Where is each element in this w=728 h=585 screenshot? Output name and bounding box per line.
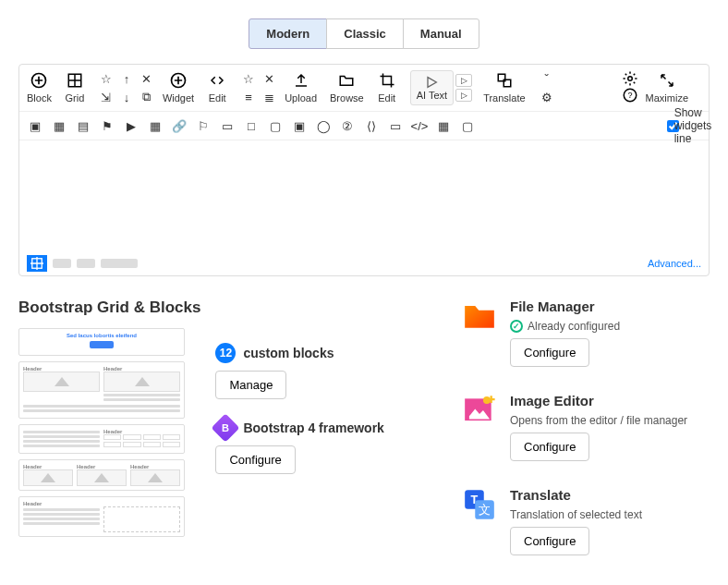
show-widgets-toggle[interactable]: Show widgets line bbox=[667, 117, 701, 134]
embed-icon[interactable]: ⟨⟩ bbox=[363, 117, 380, 134]
check-icon: ✓ bbox=[510, 320, 523, 333]
block-extras: ☆ ↑ ✕ ⇲ ↓ ⧉ bbox=[98, 70, 155, 105]
status-chip bbox=[77, 259, 95, 268]
configure-translate-button[interactable]: Configure bbox=[510, 527, 589, 555]
translate-icon bbox=[494, 70, 515, 91]
monitor-icon[interactable]: ▢ bbox=[267, 117, 284, 134]
upload-icon bbox=[291, 70, 311, 91]
grid-section-title: Bootstrap Grid & Blocks bbox=[18, 299, 200, 317]
secondary-toolbar: ▣ ▦ ▤ ⚑ ▶ ▦ 🔗 ⚐ ▭ □ ▢ ▣ ◯ ② ⟨⟩ ▭ </> ▦ ▢… bbox=[19, 112, 709, 140]
sliders-icon[interactable]: ⚙ bbox=[539, 89, 555, 105]
play-icon bbox=[424, 75, 439, 90]
code-icon bbox=[207, 70, 227, 91]
editor-canvas[interactable] bbox=[19, 140, 709, 251]
custom-blocks-label: custom blocks bbox=[243, 346, 334, 360]
align-icon[interactable]: ≡ bbox=[240, 89, 257, 105]
plus-circle-icon bbox=[29, 70, 49, 91]
gallery-icon[interactable]: ▦ bbox=[51, 117, 67, 134]
configure-file-button[interactable]: Configure bbox=[510, 338, 589, 367]
star-icon[interactable]: ☆ bbox=[98, 70, 115, 87]
translate-button[interactable]: Translate bbox=[483, 70, 525, 104]
ai-text-group: AI Text ▷ ▷ bbox=[410, 70, 472, 105]
file-manager-service: File Manager ✓Already configured Configu… bbox=[462, 299, 710, 367]
preview-two-col[interactable]: Header Header bbox=[18, 361, 185, 419]
configure-bootstrap-button[interactable]: Configure bbox=[215, 445, 295, 474]
preview-hero[interactable]: Sed lacus lobortis eleifend bbox=[18, 328, 185, 356]
image-editor-sub: Opens from the editor / file manager bbox=[510, 414, 687, 427]
status-bar: Advanced... bbox=[19, 251, 709, 275]
x-icon[interactable]: ✕ bbox=[261, 70, 277, 87]
star-icon[interactable]: ☆ bbox=[240, 70, 257, 87]
translate-sub: Translation of selected text bbox=[510, 508, 642, 521]
file-manager-sub: Already configured bbox=[528, 320, 620, 333]
svg-text:?: ? bbox=[627, 91, 632, 100]
file-manager-title: File Manager bbox=[510, 299, 620, 314]
folder-icon bbox=[336, 70, 357, 91]
folder2-icon[interactable]: □ bbox=[243, 117, 260, 134]
align2-icon[interactable]: ≣ bbox=[261, 89, 277, 105]
tab-modern[interactable]: Modern bbox=[249, 18, 327, 49]
bootstrap-feature: B Bootstrap 4 framework Configure bbox=[215, 418, 425, 474]
edit-image-button[interactable]: Edit bbox=[377, 70, 397, 104]
grid2-icon[interactable]: ▦ bbox=[435, 117, 452, 134]
blank-icon[interactable]: ▢ bbox=[459, 117, 476, 134]
bookmark-icon[interactable]: ⚐ bbox=[195, 117, 212, 134]
chat-icon[interactable]: ◯ bbox=[315, 117, 332, 134]
edit-button[interactable]: Edit bbox=[207, 70, 227, 104]
x-icon[interactable]: ✕ bbox=[139, 70, 155, 87]
block-button[interactable]: Block bbox=[27, 70, 52, 104]
bootstrap-icon: B bbox=[212, 413, 240, 442]
card-icon[interactable]: ▭ bbox=[219, 117, 236, 134]
save-icon[interactable]: ⇲ bbox=[98, 89, 115, 105]
widget-extras: ☆ ✕ ≡ ≣ bbox=[240, 70, 277, 105]
advanced-link[interactable]: Advanced... bbox=[648, 258, 701, 269]
configure-image-button[interactable]: Configure bbox=[510, 433, 589, 461]
form-icon[interactable]: ▭ bbox=[387, 117, 404, 134]
image-editor-icon bbox=[462, 393, 497, 428]
image-icon[interactable]: ▣ bbox=[27, 117, 43, 134]
ai-text-button[interactable]: AI Text bbox=[410, 70, 454, 105]
arrow-down-icon[interactable]: ↓ bbox=[118, 89, 135, 105]
help-icon[interactable]: ? bbox=[622, 87, 638, 104]
chevron-down-icon[interactable]: ˇ bbox=[539, 70, 555, 87]
help2-icon[interactable]: ② bbox=[339, 117, 356, 134]
upload-button[interactable]: Upload bbox=[285, 70, 317, 104]
status-chip bbox=[53, 259, 71, 268]
image-editor-service: Image Editor Opens from the editor / fil… bbox=[462, 393, 710, 461]
code2-icon[interactable]: </> bbox=[411, 117, 428, 134]
browse-button[interactable]: Browse bbox=[330, 70, 364, 104]
table-icon[interactable]: ▦ bbox=[147, 117, 164, 134]
manage-button[interactable]: Manage bbox=[215, 371, 286, 399]
maximize-button[interactable]: Maximize bbox=[646, 70, 688, 104]
bootstrap-label: Bootstrap 4 framework bbox=[243, 420, 383, 435]
gear-icon[interactable] bbox=[622, 70, 638, 87]
image-editor-title: Image Editor bbox=[510, 393, 687, 408]
block-previews: Sed lacus lobortis eleifend Header Heade… bbox=[18, 328, 185, 537]
editor-frame: Block Grid ☆ ↑ ✕ ⇲ ↓ ⧉ Widget Edit bbox=[18, 64, 710, 276]
tab-manual[interactable]: Manual bbox=[403, 18, 479, 49]
widget-button[interactable]: Widget bbox=[163, 70, 194, 104]
arrow-up-icon[interactable]: ↑ bbox=[118, 70, 135, 87]
translate-service: T文 Translate Translation of selected tex… bbox=[462, 487, 710, 555]
link-icon[interactable]: 🔗 bbox=[171, 117, 188, 134]
copy-icon[interactable]: ⧉ bbox=[139, 89, 155, 105]
preview-three-col[interactable]: Header Header Header bbox=[18, 459, 185, 491]
carousel-icon[interactable]: ▤ bbox=[75, 117, 91, 134]
video-icon[interactable]: ▶ bbox=[123, 117, 140, 134]
grid-button[interactable]: Grid bbox=[65, 70, 85, 104]
folder-icon bbox=[462, 299, 497, 334]
mode-tabs: Modern Classic Manual bbox=[18, 18, 710, 49]
custom-blocks-feature: 12 custom blocks Manage bbox=[215, 343, 425, 399]
ai-mode2-icon[interactable]: ▷ bbox=[455, 89, 472, 102]
status-chip bbox=[101, 259, 138, 268]
preview-table[interactable]: Header bbox=[18, 424, 185, 454]
tab-classic[interactable]: Classic bbox=[326, 18, 404, 49]
device-icon[interactable]: ▣ bbox=[291, 117, 308, 134]
flag-icon[interactable]: ⚑ bbox=[99, 117, 115, 134]
preview-text-img[interactable]: Header bbox=[18, 496, 185, 537]
ai-mode1-icon[interactable]: ▷ bbox=[455, 74, 472, 87]
grid-toggle-icon[interactable] bbox=[27, 255, 47, 272]
svg-text:文: 文 bbox=[479, 504, 491, 517]
grid-icon bbox=[65, 70, 85, 91]
crop-icon bbox=[377, 70, 397, 91]
